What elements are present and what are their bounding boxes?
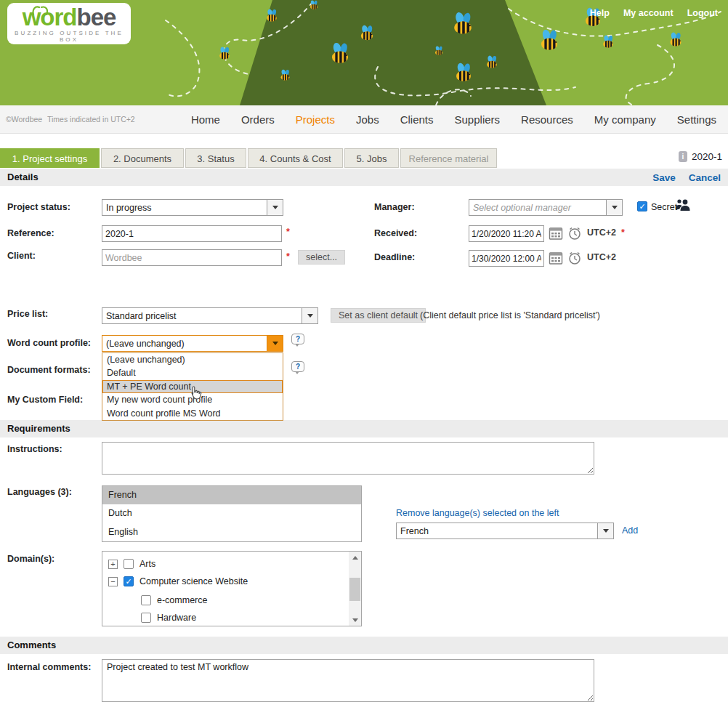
project-status-input[interactable] (102, 199, 267, 216)
chevron-down-icon (307, 314, 313, 318)
scroll-up-icon[interactable] (349, 552, 361, 563)
nav-item-jobs[interactable]: Jobs (356, 113, 379, 126)
instructions-label: Instructions: (7, 444, 62, 454)
expand-icon[interactable]: + (108, 560, 118, 569)
my-custom-field-label: My Custom Field: (7, 395, 83, 405)
internal-comments-label: Internal comments: (7, 662, 91, 672)
word-count-profile-dropdown-button[interactable] (267, 335, 283, 352)
nav-item-my-company[interactable]: My company (594, 113, 656, 126)
details-title: Details (7, 169, 39, 186)
secret-label: Secret (651, 202, 677, 212)
help-icon[interactable]: ? (291, 361, 304, 372)
price-list-dropdown-button[interactable] (302, 307, 318, 324)
nav-item-orders[interactable]: Orders (241, 113, 275, 126)
help-icon[interactable]: ? (291, 334, 304, 344)
logout-link[interactable]: Logout (687, 8, 718, 18)
language-item-dutch[interactable]: Dutch (102, 504, 361, 523)
option-mt-pe-word-count[interactable]: MT + PE Word count (102, 380, 283, 393)
tab-project-settings[interactable]: 1. Project settings (0, 148, 100, 168)
word-count-profile-input[interactable] (102, 335, 267, 352)
nav-item-home[interactable]: Home (191, 113, 220, 126)
domain-row-hardware[interactable]: Hardware (141, 611, 196, 624)
clock-icon[interactable] (567, 226, 582, 241)
users-icon[interactable] (675, 198, 691, 211)
internal-comments-textarea[interactable]: Project created to test MT workflow (102, 659, 594, 702)
manager-dropdown-button[interactable] (607, 199, 623, 216)
received-input[interactable] (469, 225, 544, 242)
instructions-textarea[interactable] (102, 442, 594, 475)
timezone-note: Times indicated in UTC+2 (47, 115, 135, 124)
project-status-dropdown-button[interactable] (267, 199, 283, 216)
my-account-link[interactable]: My account (623, 8, 674, 18)
calendar-icon[interactable] (549, 226, 563, 241)
manager-select (469, 199, 623, 216)
info-icon[interactable]: i (679, 151, 687, 162)
nav-item-clients[interactable]: Clients (400, 113, 434, 126)
domain-checkbox-hardware[interactable] (141, 613, 151, 623)
remove-languages-link[interactable]: Remove language(s) selected on the left (396, 508, 559, 518)
manager-label: Manager: (374, 202, 415, 212)
collapse-icon[interactable]: − (108, 577, 118, 586)
set-client-default-button[interactable]: Set as client default (331, 308, 426, 323)
page-header: wordbee BUZZING OUTSIDE THE BOX Help My … (0, 0, 728, 105)
option-leave-unchanged[interactable]: (Leave unchanged) (102, 353, 283, 366)
help-link[interactable]: Help (590, 8, 610, 18)
reference-input[interactable] (102, 225, 282, 242)
client-input[interactable] (102, 249, 282, 266)
add-language-link[interactable]: Add (622, 525, 638, 536)
manager-input[interactable] (469, 199, 607, 216)
nav-item-settings[interactable]: Settings (677, 113, 716, 126)
save-button[interactable]: Save (652, 172, 676, 183)
reference-required-star: * (286, 227, 290, 237)
client-required-star: * (286, 251, 290, 262)
nav-item-projects[interactable]: Projects (296, 113, 335, 126)
language-item-french[interactable]: French (102, 486, 361, 504)
tab-counts-cost[interactable]: 4. Counts & Cost (248, 148, 343, 168)
option-word-count-profile-ms-word[interactable]: Word count profile MS Word (102, 407, 283, 420)
tab-status[interactable]: 3. Status (185, 148, 246, 168)
domain-row-computer-science[interactable]: − ✓ Computer science Website (108, 575, 248, 588)
chevron-down-icon (612, 206, 618, 209)
project-reference-text: 2020-1 (692, 151, 722, 162)
client-select-button[interactable]: select... (298, 250, 345, 265)
option-default[interactable]: Default (102, 366, 283, 379)
reference-label: Reference: (7, 228, 54, 238)
cancel-button[interactable]: Cancel (689, 172, 721, 183)
bee-icon (603, 35, 613, 49)
domain-checkbox-arts[interactable] (124, 559, 134, 569)
add-language-input[interactable] (396, 523, 598, 539)
domain-row-ecommerce[interactable]: e-commerce (141, 594, 207, 607)
nav-item-suppliers[interactable]: Suppliers (455, 113, 501, 126)
comments-section-bar: Comments (0, 637, 728, 654)
scrollbar-thumb[interactable] (349, 578, 360, 601)
nav-item-resources[interactable]: Resources (521, 113, 573, 126)
domain-checkbox-ecommerce[interactable] (141, 595, 151, 605)
comments-title: Comments (7, 637, 56, 654)
price-list-select (102, 307, 318, 324)
wordbee-logo: wordbee BUZZING OUTSIDE THE BOX (7, 3, 131, 44)
option-my-new-word-count-profile[interactable]: My new word count profile (102, 393, 283, 406)
scroll-down-icon[interactable] (349, 614, 361, 626)
tab-documents[interactable]: 2. Documents (101, 148, 184, 168)
languages-listbox: French Dutch English (102, 485, 362, 542)
project-tabs: 1. Project settings 2. Documents 3. Stat… (0, 148, 498, 168)
project-status-label: Project status: (7, 202, 70, 212)
calendar-icon[interactable] (549, 251, 563, 265)
language-item-english[interactable]: English (102, 523, 361, 541)
header-triangle (240, 0, 546, 105)
domains-scrollbar[interactable] (349, 552, 361, 626)
price-list-input[interactable] (102, 307, 302, 324)
domain-checkbox-computer-science[interactable]: ✓ (124, 576, 134, 586)
logo-tagline: BUZZING OUTSIDE THE BOX (7, 30, 131, 43)
add-language-dropdown-button[interactable] (598, 523, 614, 539)
tab-reference-material[interactable]: Reference material (400, 148, 497, 168)
domain-row-arts[interactable]: + Arts (108, 557, 155, 570)
clock-icon[interactable] (567, 251, 582, 265)
copyright-text: ©Wordbee (6, 115, 42, 124)
tab-jobs[interactable]: 5. Jobs (344, 148, 399, 168)
received-label: Received: (374, 228, 417, 238)
deadline-input[interactable] (469, 250, 544, 267)
received-required-star: * (621, 227, 625, 238)
requirements-section-bar: Requirements (0, 420, 728, 437)
secret-checkbox[interactable]: ✓ (637, 201, 647, 211)
